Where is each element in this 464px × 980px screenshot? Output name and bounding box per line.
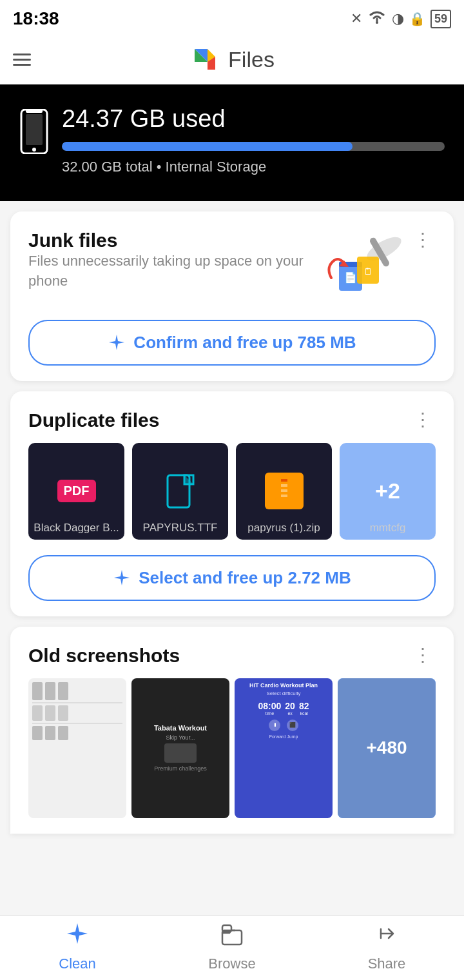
app-header: Files [0, 35, 464, 84]
old-screenshots-more-button[interactable]: ⋮ [410, 645, 436, 665]
junk-files-more-button[interactable]: ⋮ [410, 230, 436, 250]
screenshots-more-count: +480 [366, 738, 407, 758]
svg-rect-21 [281, 479, 287, 482]
junk-files-confirm-button[interactable]: Confirm and free up 785 MB [28, 320, 436, 366]
duplicate-files-grid: PDF Black Dagger B... PAPYRUS.TTF [28, 443, 436, 540]
svg-rect-8 [26, 114, 43, 145]
file-thumb-more-label: mmtcfg [342, 522, 433, 534]
sparkle-icon [108, 333, 126, 351]
bottom-nav: Clean Browse Share [0, 916, 464, 980]
file-thumb-zip[interactable]: papyrus (1).zip [236, 443, 332, 540]
file-thumb-pdf[interactable]: PDF Black Dagger B... [28, 443, 124, 540]
sim-icon: ✕ [351, 10, 362, 27]
sparkle-icon-2 [113, 569, 131, 587]
status-time: 18:38 [13, 8, 59, 29]
file-thumb-ttf[interactable]: PAPYRUS.TTF [132, 443, 228, 540]
old-screenshots-card: Old screenshots ⋮ [10, 627, 454, 834]
app-logo: Files [189, 44, 275, 75]
svg-point-9 [32, 148, 36, 152]
duplicate-files-card: Duplicate files ⋮ PDF Black Dagger B... … [10, 391, 454, 616]
storage-bar-fill [62, 142, 353, 151]
file-thumb-ttf-label: PAPYRUS.TTF [135, 522, 226, 534]
file-thumb-zip-label: papyrus (1).zip [238, 522, 329, 534]
svg-rect-7 [26, 110, 43, 113]
nav-browse-label: Browse [208, 956, 255, 972]
dnd-icon: ◑ [392, 10, 404, 27]
duplicate-select-label: Select and free up 2.72 MB [139, 568, 351, 588]
battery-icon: 59 [430, 10, 451, 28]
zip-icon-svg [273, 478, 296, 501]
nav-share-label: Share [368, 956, 406, 972]
file-thumb-pdf-label: Black Dagger B... [31, 522, 122, 534]
screenshots-grid: Tabata Workout Skip Your... Premium chal… [28, 678, 436, 818]
storage-detail-text: 32.00 GB total • Internal Storage [62, 159, 445, 175]
screenshot-1[interactable] [28, 678, 126, 818]
storage-bar-track [62, 142, 445, 151]
clean-icon [65, 921, 90, 952]
file-thumb-more[interactable]: +2 mmtcfg [340, 443, 436, 540]
nav-clean-label: Clean [59, 956, 95, 972]
menu-button[interactable] [13, 54, 31, 66]
junk-files-title: Junk files [28, 230, 320, 251]
svg-text:🗒: 🗒 [363, 266, 372, 277]
ttf-file-icon [166, 474, 195, 509]
storage-banner: 24.37 GB used 32.00 GB total • Internal … [0, 84, 464, 201]
browse-icon [220, 921, 244, 952]
svg-point-0 [376, 21, 378, 24]
svg-rect-23 [281, 489, 287, 492]
junk-files-subtitle: Files unnecessarily taking up space on y… [28, 251, 320, 291]
duplicate-files-more-button[interactable]: ⋮ [410, 409, 436, 430]
app-title: Files [228, 47, 275, 72]
junk-files-card: Junk files Files unnecessarily taking up… [10, 211, 454, 381]
wifi-icon [367, 10, 387, 28]
nav-item-browse[interactable]: Browse [155, 921, 309, 972]
junk-text: Junk files Files unnecessarily taking up… [28, 230, 320, 304]
nav-item-clean[interactable]: Clean [0, 921, 155, 972]
share-icon [374, 921, 399, 952]
duplicate-files-title: Duplicate files [28, 409, 159, 431]
junk-illustration-svg: 📄 🗒 [320, 230, 410, 300]
screenshot-2[interactable]: Tabata Workout Skip Your... Premium chal… [131, 678, 229, 818]
junk-illustration: 📄 🗒 [320, 230, 410, 300]
storage-info: 24.37 GB used 32.00 GB total • Internal … [62, 105, 445, 175]
junk-confirm-label: Confirm and free up 785 MB [133, 333, 356, 353]
status-icons: ✕ ◑ 🔒 59 [351, 10, 451, 28]
main-content: 24.37 GB used 32.00 GB total • Internal … [0, 84, 464, 905]
screenshot-3[interactable]: HIT Cardio Workout Plan Select difficult… [235, 678, 333, 818]
status-bar: 18:38 ✕ ◑ 🔒 59 [0, 0, 464, 35]
phone-icon [19, 109, 49, 157]
pdf-badge-icon: PDF [57, 480, 96, 502]
old-screenshots-title: Old screenshots [28, 645, 180, 667]
duplicate-files-header: Duplicate files ⋮ [28, 409, 436, 431]
svg-rect-24 [281, 495, 287, 497]
app-logo-icon [189, 44, 220, 75]
screenshot-more[interactable]: +480 [338, 678, 436, 818]
nav-item-share[interactable]: Share [309, 921, 464, 972]
zip-badge-icon [265, 473, 304, 509]
old-screenshots-header: Old screenshots ⋮ [28, 645, 436, 667]
lock-icon: 🔒 [409, 11, 425, 26]
file-thumb-more-count: +2 [375, 478, 400, 504]
duplicate-files-select-button[interactable]: Select and free up 2.72 MB [28, 555, 436, 601]
svg-text:📄: 📄 [344, 271, 357, 284]
svg-rect-22 [281, 484, 287, 487]
junk-files-header: Junk files Files unnecessarily taking up… [28, 230, 436, 304]
storage-used-text: 24.37 GB used [62, 105, 445, 133]
